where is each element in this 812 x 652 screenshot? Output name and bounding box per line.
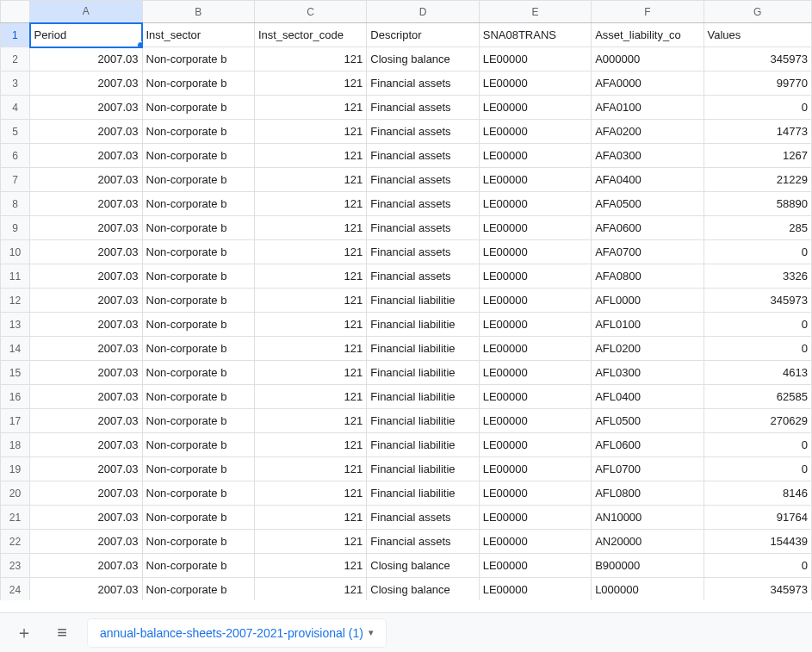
cell-C13[interactable]: 121	[254, 313, 366, 337]
cell-D19[interactable]: Financial liabilitie	[367, 457, 479, 481]
cell-B21[interactable]: Non-corporate b	[142, 506, 254, 530]
cell-G12[interactable]: 345973	[704, 289, 811, 313]
cell-D17[interactable]: Financial liabilitie	[367, 409, 479, 433]
cell-B15[interactable]: Non-corporate b	[142, 361, 254, 385]
cell-G14[interactable]: 0	[704, 337, 811, 361]
cell-C14[interactable]: 121	[254, 337, 366, 361]
cell-G18[interactable]: 0	[704, 433, 811, 457]
cell-C11[interactable]: 121	[254, 264, 366, 289]
cell-A16[interactable]: 2007.03	[30, 385, 142, 409]
add-sheet-button[interactable]: ＋	[12, 621, 36, 645]
cell-G21[interactable]: 91764	[704, 506, 811, 530]
cell-G8[interactable]: 58890	[704, 192, 811, 216]
row-header-5[interactable]: 5	[1, 120, 30, 144]
cell-A22[interactable]: 2007.03	[30, 530, 142, 554]
sheet-tab-active[interactable]: annual-balance-sheets-2007-2021-provisio…	[88, 619, 386, 647]
cell-D23[interactable]: Closing balance	[367, 554, 479, 578]
cell-A3[interactable]: 2007.03	[30, 71, 142, 96]
cell-E15[interactable]: LE00000	[479, 361, 591, 385]
cell-A8[interactable]: 2007.03	[30, 192, 142, 216]
cell-A14[interactable]: 2007.03	[30, 337, 142, 361]
row-header-11[interactable]: 11	[1, 264, 30, 289]
row-header-16[interactable]: 16	[1, 385, 30, 409]
cell-G1[interactable]: Values	[704, 23, 811, 47]
cell-A7[interactable]: 2007.03	[30, 168, 142, 192]
cell-E18[interactable]: LE00000	[479, 433, 591, 457]
cell-A4[interactable]: 2007.03	[30, 96, 142, 120]
row-header-8[interactable]: 8	[1, 192, 30, 216]
cell-D7[interactable]: Financial assets	[367, 168, 479, 192]
cell-F10[interactable]: AFA0700	[592, 240, 704, 264]
cell-D14[interactable]: Financial liabilitie	[367, 337, 479, 361]
cell-F7[interactable]: AFA0400	[592, 168, 704, 192]
cell-B9[interactable]: Non-corporate b	[142, 216, 254, 240]
cell-E22[interactable]: LE00000	[479, 530, 591, 554]
column-header-E[interactable]: E	[479, 1, 591, 23]
cell-E21[interactable]: LE00000	[479, 506, 591, 530]
cell-C6[interactable]: 121	[254, 144, 366, 168]
cell-D16[interactable]: Financial liabilitie	[367, 385, 479, 409]
row-header-18[interactable]: 18	[1, 433, 30, 457]
cell-A6[interactable]: 2007.03	[30, 144, 142, 168]
cell-D11[interactable]: Financial assets	[367, 264, 479, 289]
row-header-9[interactable]: 9	[1, 216, 30, 240]
cell-F17[interactable]: AFL0500	[592, 409, 704, 433]
cell-D21[interactable]: Financial assets	[367, 506, 479, 530]
cell-C16[interactable]: 121	[254, 385, 366, 409]
cell-B3[interactable]: Non-corporate b	[142, 71, 254, 96]
column-header-C[interactable]: C	[254, 1, 366, 23]
spreadsheet-grid[interactable]: ABCDEFG1PeriodInst_sectorInst_sector_cod…	[0, 0, 812, 600]
cell-A11[interactable]: 2007.03	[30, 264, 142, 289]
cell-D2[interactable]: Closing balance	[367, 47, 479, 71]
cell-G24[interactable]: 345973	[704, 578, 811, 601]
cell-D9[interactable]: Financial assets	[367, 216, 479, 240]
cell-G2[interactable]: 345973	[704, 47, 811, 71]
cell-C22[interactable]: 121	[254, 530, 366, 554]
cell-A2[interactable]: 2007.03	[30, 47, 142, 71]
select-all-corner[interactable]	[1, 1, 30, 23]
cell-F2[interactable]: A000000	[592, 47, 704, 71]
column-header-B[interactable]: B	[142, 1, 254, 23]
cell-C21[interactable]: 121	[254, 506, 366, 530]
row-header-23[interactable]: 23	[1, 554, 30, 578]
cell-B23[interactable]: Non-corporate b	[142, 554, 254, 578]
cell-F19[interactable]: AFL0700	[592, 457, 704, 481]
cell-D13[interactable]: Financial liabilitie	[367, 313, 479, 337]
cell-D22[interactable]: Financial assets	[367, 530, 479, 554]
cell-E17[interactable]: LE00000	[479, 409, 591, 433]
cell-E8[interactable]: LE00000	[479, 192, 591, 216]
cell-F1[interactable]: Asset_liability_co	[592, 23, 704, 47]
cell-E2[interactable]: LE00000	[479, 47, 591, 71]
cell-F20[interactable]: AFL0800	[592, 481, 704, 506]
cell-C9[interactable]: 121	[254, 216, 366, 240]
cell-A19[interactable]: 2007.03	[30, 457, 142, 481]
cell-B8[interactable]: Non-corporate b	[142, 192, 254, 216]
cell-E12[interactable]: LE00000	[479, 289, 591, 313]
cell-F5[interactable]: AFA0200	[592, 120, 704, 144]
cell-C8[interactable]: 121	[254, 192, 366, 216]
cell-G5[interactable]: 14773	[704, 120, 811, 144]
cell-B14[interactable]: Non-corporate b	[142, 337, 254, 361]
cell-A12[interactable]: 2007.03	[30, 289, 142, 313]
cell-G4[interactable]: 0	[704, 96, 811, 120]
cell-E24[interactable]: LE00000	[479, 578, 591, 601]
cell-E10[interactable]: LE00000	[479, 240, 591, 264]
cell-B11[interactable]: Non-corporate b	[142, 264, 254, 289]
cell-B19[interactable]: Non-corporate b	[142, 457, 254, 481]
cell-A13[interactable]: 2007.03	[30, 313, 142, 337]
cell-D4[interactable]: Financial assets	[367, 96, 479, 120]
cell-G16[interactable]: 62585	[704, 385, 811, 409]
cell-A9[interactable]: 2007.03	[30, 216, 142, 240]
cell-B18[interactable]: Non-corporate b	[142, 433, 254, 457]
cell-C23[interactable]: 121	[254, 554, 366, 578]
cell-B4[interactable]: Non-corporate b	[142, 96, 254, 120]
cell-C3[interactable]: 121	[254, 71, 366, 96]
row-header-2[interactable]: 2	[1, 47, 30, 71]
cell-C19[interactable]: 121	[254, 457, 366, 481]
cell-B7[interactable]: Non-corporate b	[142, 168, 254, 192]
cell-D20[interactable]: Financial liabilitie	[367, 481, 479, 506]
row-header-6[interactable]: 6	[1, 144, 30, 168]
cell-B2[interactable]: Non-corporate b	[142, 47, 254, 71]
cell-C18[interactable]: 121	[254, 433, 366, 457]
cell-E1[interactable]: SNA08TRANS	[479, 23, 591, 47]
